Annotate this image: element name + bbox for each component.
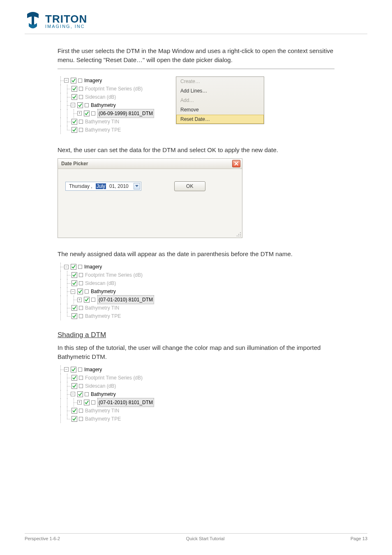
checkbox-ss[interactable] xyxy=(71,383,77,389)
checkbox-fts[interactable] xyxy=(71,86,77,92)
logo-name: TRITON xyxy=(45,14,87,24)
page-footer: Perspective 1-6-2 Quick Start Tutorial P… xyxy=(25,533,367,541)
collapse-icon[interactable]: − xyxy=(64,265,69,269)
collapse-icon[interactable]: − xyxy=(71,103,75,107)
collapse-icon[interactable]: − xyxy=(64,367,69,372)
close-icon xyxy=(234,161,239,166)
tree-label-dtm-selected[interactable]: (07-01-2010) 8101_DTM xyxy=(97,295,154,304)
checkbox-ss[interactable] xyxy=(71,280,77,286)
checkbox-fts[interactable] xyxy=(71,375,77,381)
date-dropdown-button[interactable] xyxy=(134,183,140,190)
date-dayname[interactable]: Thursday , xyxy=(68,183,93,189)
paragraph-2: Next, the user can set the data for the … xyxy=(58,146,334,155)
checkbox-ss[interactable] xyxy=(71,94,77,100)
menu-add-lines[interactable]: Add Lines… xyxy=(176,86,264,96)
tree-label-tpe[interactable]: Bathymetry TPE xyxy=(85,415,121,423)
header-logo: TRITON IMAGING, INC xyxy=(25,12,367,34)
paragraph-1: First the user selects the DTM in the Ma… xyxy=(58,46,334,65)
checkbox-dtm[interactable] xyxy=(84,111,90,116)
layer-tree-3: − Imagery Footprint Time Series (dB) Sid… xyxy=(58,365,173,423)
tree-label-dtm-selected[interactable]: (06-09-1999) 8101_DTM xyxy=(97,109,154,118)
context-menu: Create… Add Lines… Add… Remove Reset Dat… xyxy=(176,76,264,124)
chevron-down-icon xyxy=(135,185,138,188)
expand-icon[interactable]: + xyxy=(77,400,82,405)
triton-logo-icon xyxy=(25,12,41,30)
svg-point-7 xyxy=(237,236,238,236)
checkbox-tpe[interactable] xyxy=(71,416,77,422)
close-button[interactable] xyxy=(232,160,240,167)
checkbox-tin[interactable] xyxy=(71,119,77,125)
date-dayyear[interactable]: 01, 2010 xyxy=(108,183,129,189)
tree-label-bathy[interactable]: Bathymetry xyxy=(91,287,116,296)
checkbox-tin[interactable] xyxy=(71,305,77,311)
expand-icon[interactable]: + xyxy=(77,298,82,302)
resize-grip-icon[interactable] xyxy=(236,232,241,237)
date-input[interactable]: Thursday , July 01, 2010 xyxy=(65,182,141,191)
tree-label-tpe[interactable]: Bathymetry TPE xyxy=(85,126,121,134)
expand-icon[interactable]: + xyxy=(77,111,82,116)
date-month[interactable]: July xyxy=(96,183,106,189)
paragraph-4: In this step of the tutorial, the user w… xyxy=(58,343,334,361)
tree-label-fts[interactable]: Footprint Time Series (dB) xyxy=(85,374,143,382)
svg-point-9 xyxy=(240,236,241,236)
footer-right: Page 13 xyxy=(350,536,367,541)
layer-tree-1: − Imagery Footprint Time Series (dB) Sid… xyxy=(58,76,164,134)
tree-label-tpe[interactable]: Bathymetry TPE xyxy=(85,312,121,320)
tree-label-ss[interactable]: Sidescan (dB) xyxy=(85,279,116,287)
ok-button[interactable]: OK xyxy=(174,181,205,191)
tree-label-imagery[interactable]: Imagery xyxy=(84,365,102,374)
section-heading-shading: Shading a DTM xyxy=(58,331,334,339)
menu-create[interactable]: Create… xyxy=(176,77,264,86)
checkbox-imagery[interactable] xyxy=(71,78,76,83)
layer-tree-2: − Imagery Footprint Time Series (dB) Sid… xyxy=(58,263,173,320)
svg-point-8 xyxy=(238,236,239,236)
logo-sub: IMAGING, INC xyxy=(45,24,87,29)
tree-label-fts[interactable]: Footprint Time Series (dB) xyxy=(85,85,143,93)
divider-1 xyxy=(58,69,334,69)
tree-label-tin[interactable]: Bathymetry TIN xyxy=(85,118,119,126)
svg-marker-3 xyxy=(135,185,138,187)
tree-label-fts[interactable]: Footprint Time Series (dB) xyxy=(85,271,143,279)
checkbox-bathy[interactable] xyxy=(77,289,83,294)
menu-reset-date[interactable]: Reset Date… xyxy=(176,115,264,124)
checkbox-tpe[interactable] xyxy=(71,313,77,319)
footer-center: Quick Start Tutorial xyxy=(186,536,225,541)
tree-label-bathy[interactable]: Bathymetry xyxy=(91,101,116,109)
checkbox-imagery[interactable] xyxy=(71,367,76,372)
tree-label-imagery[interactable]: Imagery xyxy=(84,76,102,85)
checkbox-dtm[interactable] xyxy=(84,297,90,303)
tree-label-dtm-selected[interactable]: (07-01-2010) 8101_DTM xyxy=(97,398,154,407)
dialog-title: Date Picker xyxy=(61,161,88,166)
svg-point-5 xyxy=(238,234,239,235)
tree-label-bathy[interactable]: Bathymetry xyxy=(91,390,116,398)
paragraph-3: The newly assigned data will appear as t… xyxy=(58,250,334,259)
tree-label-ss[interactable]: Sidescan (dB) xyxy=(85,93,116,101)
tree-label-tin[interactable]: Bathymetry TIN xyxy=(85,304,119,312)
tree-label-tin[interactable]: Bathymetry TIN xyxy=(85,407,119,415)
checkbox-bathy[interactable] xyxy=(77,391,83,397)
checkbox-bathy[interactable] xyxy=(77,102,83,108)
collapse-icon[interactable]: − xyxy=(71,289,75,294)
svg-point-6 xyxy=(240,234,241,235)
svg-point-4 xyxy=(240,232,241,233)
checkbox-imagery[interactable] xyxy=(71,264,76,270)
checkbox-fts[interactable] xyxy=(71,272,77,278)
footer-left: Perspective 1-6-2 xyxy=(25,536,60,541)
tree-label-imagery[interactable]: Imagery xyxy=(84,263,102,271)
collapse-icon[interactable]: − xyxy=(71,392,75,396)
checkbox-dtm[interactable] xyxy=(84,400,90,405)
menu-add[interactable]: Add… xyxy=(176,96,264,105)
checkbox-tin[interactable] xyxy=(71,408,77,414)
checkbox-tpe[interactable] xyxy=(71,127,77,133)
menu-remove[interactable]: Remove xyxy=(176,105,264,115)
date-picker-dialog: Date Picker Thursday , July 01, 2010 O xyxy=(58,158,242,238)
collapse-icon[interactable]: − xyxy=(64,78,69,83)
tree-label-ss[interactable]: Sidescan (dB) xyxy=(85,382,116,390)
